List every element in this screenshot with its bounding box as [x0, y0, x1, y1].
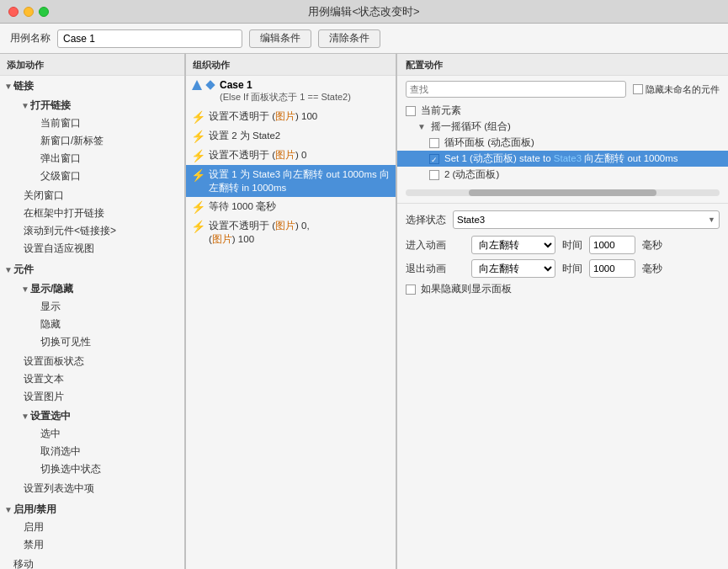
action-item-5[interactable]: ⚡ 设置不透明于 (图片) 0,(图片) 100 [186, 216, 396, 248]
exit-anim-row: 退出动画 向左翻转 时间 毫秒 [406, 259, 720, 278]
set1-checkbox[interactable] [429, 154, 439, 164]
right-panel-title: 配置动作 [397, 54, 728, 76]
action-open-in-frame[interactable]: 在框架中打开链接 [17, 205, 184, 222]
exit-time-label: 时间 [562, 263, 582, 275]
main-content: 添加动作 ▼ 链接 ▼ 打开链接 当前窗口 新窗口/新标签 弹出窗口 [0, 54, 728, 569]
exit-time-unit: 毫秒 [642, 263, 662, 275]
action-item-4[interactable]: ⚡ 等待 1000 毫秒 [186, 197, 396, 216]
loop-panel-item[interactable]: 循环面板 (动态面板) [397, 135, 728, 151]
enter-anim-label: 进入动画 [406, 239, 465, 252]
exit-anim-direction[interactable]: 向左翻转 [471, 259, 555, 278]
lightning-icon-4: ⚡ [191, 200, 205, 214]
open-link-children: 当前窗口 新窗口/新标签 弹出窗口 父级窗口 [17, 114, 184, 185]
window-controls [8, 7, 49, 17]
left-panel: 添加动作 ▼ 链接 ▼ 打开链接 当前窗口 新窗口/新标签 弹出窗口 [0, 54, 185, 569]
show-hide-children: 显示 隐藏 切换可见性 [17, 298, 184, 351]
enable-disable-label: 启用/禁用 [13, 503, 56, 517]
maximize-button[interactable] [39, 7, 49, 17]
search-row: 隐藏未命名的元件 [397, 76, 728, 103]
state-select-label: 选择状态 [406, 214, 446, 226]
group-show-hide-header[interactable]: ▼ 显示/隐藏 [17, 280, 184, 298]
action-show[interactable]: 显示 [34, 298, 184, 316]
action-text-3: 设置 1 为 State3 向左翻转 out 1000ms 向左翻转 in 10… [209, 168, 391, 194]
enable-disable-arrow: ▼ [3, 505, 13, 514]
group-set-selected: ▼ 设置选中 选中 取消选中 切换选中状态 [17, 406, 184, 480]
action-item-0[interactable]: ⚡ 设置不透明于 (图片) 100 [186, 107, 396, 126]
show-panel-checkbox[interactable] [406, 284, 416, 295]
panel2-checkbox[interactable] [429, 170, 439, 180]
loop-panel-checkbox[interactable] [429, 138, 439, 148]
action-adaptive-view[interactable]: 设置自适应视图 [17, 240, 184, 258]
enter-anim-direction[interactable]: 向左翻转 [471, 236, 555, 254]
group-links-arrow: ▼ [3, 82, 13, 91]
minimize-button[interactable] [24, 7, 34, 17]
action-item-3[interactable]: ⚡ 设置 1 为 State3 向左翻转 out 1000ms 向左翻转 in … [186, 165, 396, 197]
current-element-label: 当前元素 [421, 104, 461, 117]
hide-unnamed-label: 隐藏未命名的元件 [633, 83, 720, 96]
action-item-2[interactable]: ⚡ 设置不透明于 (图片) 0 [186, 146, 396, 165]
horizontal-scrollbar[interactable] [406, 189, 720, 196]
panel2-item[interactable]: 2 (动态面板) [397, 167, 728, 183]
lightning-icon-5: ⚡ [191, 220, 205, 233]
action-set-panel-state[interactable]: 设置面板状态 [17, 353, 184, 370]
group-shake-header[interactable]: ▼ 摇一摇循环 (组合) [397, 119, 728, 135]
loop-panel-label: 循环面板 (动态面板) [444, 136, 534, 149]
group-open-link-header[interactable]: ▼ 打开链接 [17, 97, 184, 114]
action-item-1[interactable]: ⚡ 设置 2 为 State2 [186, 126, 396, 146]
show-panel-row: 如果隐藏则显示面板 [406, 283, 720, 295]
lightning-icon-3: ⚡ [191, 168, 205, 182]
action-deselect[interactable]: 取消选中 [34, 443, 184, 460]
case-header[interactable]: Case 1 (Else If 面板状态于 1 == State2) [186, 76, 396, 107]
action-new-tab[interactable]: 新窗口/新标签 [34, 132, 184, 150]
action-text-0: 设置不透明于 (图片) 100 [209, 109, 317, 123]
open-link-label: 打开链接 [30, 98, 71, 113]
action-set-text[interactable]: 设置文本 [17, 370, 184, 388]
hide-unnamed-checkbox[interactable] [633, 84, 643, 94]
lightning-icon-0: ⚡ [191, 110, 205, 124]
current-element-item[interactable]: 当前元素 [397, 103, 728, 119]
action-popup[interactable]: 弹出窗口 [34, 150, 184, 168]
action-scroll-to[interactable]: 滚动到元件<链接接> [17, 222, 184, 240]
current-element-checkbox[interactable] [406, 106, 416, 116]
group-enable-disable-header[interactable]: ▼ 启用/禁用 [0, 501, 184, 518]
action-parent-window[interactable]: 父级窗口 [34, 168, 184, 185]
action-select[interactable]: 选中 [34, 425, 184, 443]
enter-anim-row: 进入动画 向左翻转 时间 毫秒 [406, 236, 720, 254]
group-set-selected-header[interactable]: ▼ 设置选中 [17, 407, 184, 425]
action-text-1: 设置 2 为 State2 [209, 129, 280, 142]
middle-panel: 组织动作 Case 1 (Else If 面板状态于 1 == State2) … [186, 54, 396, 569]
case-name-input[interactable] [57, 29, 242, 48]
action-set-list-item[interactable]: 设置列表选中项 [17, 480, 184, 497]
edit-condition-button[interactable]: 编辑条件 [249, 29, 311, 48]
exit-time-input[interactable] [589, 259, 635, 278]
group-elements-header[interactable]: ▼ 元件 [0, 261, 184, 279]
group-elements: ▼ 元件 ▼ 显示/隐藏 显示 隐藏 切换可见性 设置面板状态 设置文本 [0, 259, 184, 499]
group-show-hide: ▼ 显示/隐藏 显示 隐藏 切换可见性 [17, 279, 184, 353]
action-current-window[interactable]: 当前窗口 [34, 114, 184, 132]
enter-time-input[interactable] [589, 236, 635, 254]
show-panel-label: 如果隐藏则显示面板 [421, 283, 512, 295]
case-diamond-icon [205, 79, 216, 91]
state-dropdown-value: State3 [457, 215, 485, 225]
action-close-window[interactable]: 关闭窗口 [17, 187, 184, 205]
close-button[interactable] [8, 7, 19, 17]
bottom-config: 选择状态 State3 ▼ 进入动画 向左翻转 时间 毫秒 退出动画 [397, 203, 728, 302]
action-disable[interactable]: 禁用 [17, 536, 184, 554]
group-elements-children: ▼ 显示/隐藏 显示 隐藏 切换可见性 设置面板状态 设置文本 设置图片 ▼ 设… [0, 279, 184, 497]
show-hide-arrow: ▼ [20, 284, 30, 294]
group-links-header[interactable]: ▼ 链接 [0, 77, 184, 95]
action-move[interactable]: 移动 [0, 556, 184, 569]
left-panel-title: 添加动作 [0, 54, 184, 76]
set1-item[interactable]: Set 1 (动态面板) state to State3 向左翻转 out 10… [397, 151, 728, 167]
state-dropdown[interactable]: State3 ▼ [453, 210, 720, 229]
action-toggle-visible[interactable]: 切换可见性 [34, 333, 184, 351]
action-toggle-selected[interactable]: 切换选中状态 [34, 460, 184, 478]
middle-panel-title: 组织动作 [186, 54, 396, 76]
clear-condition-button[interactable]: 清除条件 [318, 29, 380, 48]
action-set-image[interactable]: 设置图片 [17, 388, 184, 406]
action-hide[interactable]: 隐藏 [34, 316, 184, 333]
action-enable[interactable]: 启用 [17, 518, 184, 536]
search-input[interactable] [406, 81, 626, 98]
right-panel: 配置动作 隐藏未命名的元件 当前元素 ▼ 摇一摇循环 (组合) 循环面板 (动态… [397, 54, 728, 569]
enable-disable-children: 启用 禁用 [0, 518, 184, 554]
